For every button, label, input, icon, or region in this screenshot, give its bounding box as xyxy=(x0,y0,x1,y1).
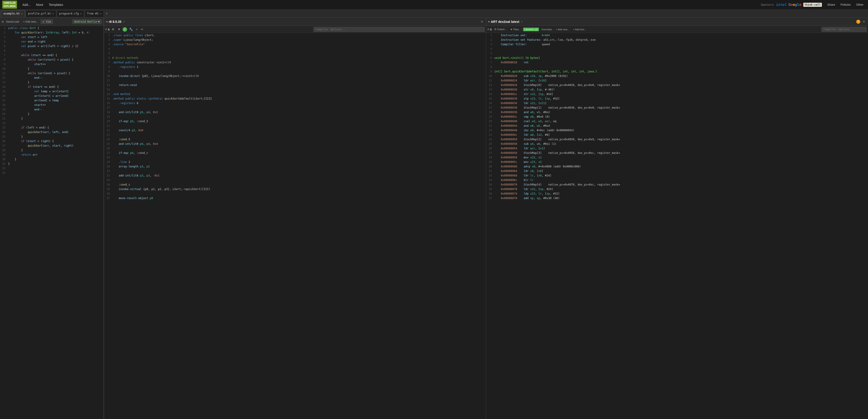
tab-label: Tree #1 xyxy=(87,12,99,15)
tab-close-icon[interactable]: ✕ xyxy=(100,12,101,15)
compiler1-name: r8 8.5.35 xyxy=(109,20,121,24)
compiler1-header: ◀ r8 8.5.35 ⤢ ✕ xyxy=(104,18,486,26)
compiler2-options-input[interactable] xyxy=(822,27,867,32)
code-line-18: 18 start++ xyxy=(0,103,103,107)
compiler2-filter-btn[interactable]: ▼ Filter... xyxy=(509,28,522,31)
code-line-15: 15 val temp = arr[start] xyxy=(0,89,103,94)
share-btn[interactable]: Share xyxy=(825,2,837,7)
compiler2-close-btn[interactable]: ✕ xyxy=(862,20,866,24)
tab-close-icon[interactable]: ✕ xyxy=(21,12,23,15)
compiler2-toolbar: A A ⚙ Output... ▼ Filter... Libraries (2… xyxy=(486,26,868,33)
compiler2-name: ART dex2oat latest xyxy=(491,20,519,24)
compiler1-settings-btn[interactable]: ⚙ xyxy=(111,27,116,31)
code-line-1: 1 public class Sort { xyxy=(0,26,103,30)
compiler1-close-btn[interactable]: ✕ xyxy=(480,20,484,24)
compiler1-options-input[interactable] xyxy=(313,27,485,32)
code-line-13: 13 } xyxy=(0,80,103,85)
code-line-4: 4 var end = right xyxy=(0,39,103,44)
tab-close-icon[interactable]: ✕ xyxy=(80,12,82,15)
save-load-btn[interactable]: Save/Load xyxy=(5,20,20,24)
compiler1-toolbar: A A ⚙ ▼ ✓ 🔧 + ✏ xyxy=(104,26,486,33)
sponsors-label: Sponsors xyxy=(761,3,774,6)
compiler1-font-size-btn[interactable]: A xyxy=(105,28,107,31)
lang-selector[interactable]: Android Kotlin ▼ xyxy=(72,20,102,24)
code-line-26: 26 if (start < right) { xyxy=(0,139,103,144)
code-line-21: 21 } xyxy=(0,116,103,121)
code-line-6: 6 xyxy=(0,49,103,53)
code-line-29: 29 return arr xyxy=(0,152,103,157)
code-line-9: 9 start++ xyxy=(0,62,103,66)
code-line-24: 24 quickSort(arr, left, end) xyxy=(0,130,103,134)
compiler2-font-a[interactable]: A xyxy=(488,28,489,31)
compiler2-add-tool-btn[interactable]: + Add tool... xyxy=(571,28,587,31)
code-line-2: 2 fun quickSort(arr: IntArray, left: Int… xyxy=(0,30,103,35)
compiler2-panel: ◀ ART dex2oat latest ⤢ ! ✕ A A ⚙ Output.… xyxy=(486,18,868,419)
compiler2-add-new-btn[interactable]: + Add new... xyxy=(554,28,570,31)
lang-label: Android Kotlin xyxy=(74,20,97,23)
tab-label: profile.prf.bt xyxy=(28,12,51,15)
templates-menu-btn[interactable]: Templates xyxy=(46,2,65,7)
code-line-19: 19 end-- xyxy=(0,107,103,112)
google-sponsor[interactable]: Google xyxy=(788,2,802,7)
compiler2-output[interactable]: 1 Instruction set: Arm64 2 Instruction s… xyxy=(486,33,868,419)
tab-add-btn[interactable]: + xyxy=(104,11,109,16)
code-line-3: 3 var start = left xyxy=(0,35,103,39)
code-line-31: 31 } xyxy=(0,161,103,166)
code-line-11: 11 while (arr[end] > pivot) { xyxy=(0,71,103,76)
thinkcell-sponsor[interactable]: think-cell xyxy=(803,3,822,7)
tab-example-kt[interactable]: example.kt ✕ xyxy=(1,10,25,17)
compiler1-add-btn[interactable]: + xyxy=(135,27,139,31)
code-line-22: 22 xyxy=(0,121,103,125)
code-line-32: 32 xyxy=(0,166,103,171)
editor-code-area[interactable]: 1 public class Sort { 2 fun quickSort(ar… xyxy=(0,26,103,419)
add-new-btn[interactable]: + Add new... xyxy=(22,20,39,24)
compiler2-libraries-btn[interactable]: Libraries (2) xyxy=(523,28,539,31)
compiler1-status-ok: ✓ xyxy=(123,27,127,32)
compiler1-pencil-btn[interactable]: ✏ xyxy=(140,27,145,31)
code-line-30: 30 } xyxy=(0,157,103,161)
compiler2-overrides-btn[interactable]: Overrides xyxy=(540,28,553,31)
code-line-33: 33 xyxy=(0,171,103,175)
compiler1-wrench-btn[interactable]: 🔧 xyxy=(128,27,134,31)
lang-dropdown-icon: ▼ xyxy=(98,20,100,23)
main-content: ◀ Save/Load + Add new... ✔ Vim Android K… xyxy=(0,18,868,419)
compiler2-nav-left[interactable]: ◀ xyxy=(488,20,490,23)
tab-profile-prf-bt[interactable]: profile.prf.bt ✕ xyxy=(26,10,56,17)
vim-btn[interactable]: ✔ Vim xyxy=(41,20,53,24)
compiler2-font-a2[interactable]: A xyxy=(490,28,492,31)
code-line-25: 25 } xyxy=(0,134,103,139)
compiler1-filter-btn[interactable]: ▼ xyxy=(117,27,122,31)
sponsors-area: Sponsors intel Google think-cell xyxy=(761,2,822,7)
compiler1-panel: ◀ r8 8.5.35 ⤢ ✕ A A ⚙ ▼ ✓ 🔧 + ✏ xyxy=(104,18,486,419)
compiler1-output[interactable]: 1.class public final LSort; 2.super Ljav… xyxy=(104,33,486,419)
code-line-12: 12 end-- xyxy=(0,76,103,80)
logo[interactable]: COMPILER EXPLORER xyxy=(2,1,17,8)
code-line-10: 10 } xyxy=(0,66,103,71)
code-line-16: 16 arr[start] = arr[end] xyxy=(0,94,103,98)
code-line-8: 8 while (arr[start] < pivot) { xyxy=(0,57,103,62)
code-line-5: 5 val pivot = arr[(left + right) / 2] xyxy=(0,44,103,49)
logo-line1: COMPILER xyxy=(4,2,16,4)
tab-proguard-cfg[interactable]: proguard.cfg ✕ xyxy=(57,10,84,17)
compiler1-font-size-btn2[interactable]: A xyxy=(108,28,110,31)
tab-tree-1[interactable]: Tree #1 ✕ xyxy=(85,10,104,17)
code-line-28: 28 } xyxy=(0,148,103,152)
tabs-row: example.kt ✕ profile.prf.bt ✕ proguard.c… xyxy=(0,9,868,18)
compiler1-nav-left[interactable]: ◀ xyxy=(106,20,107,23)
logo-line2: EXPLORER xyxy=(4,5,16,8)
code-line-17: 17 arr[end] = temp xyxy=(0,98,103,103)
code-line-23: 23 if (left < end) { xyxy=(0,125,103,130)
more-menu-btn[interactable]: More xyxy=(34,2,46,7)
compiler1-expand-icon[interactable]: ⤢ xyxy=(123,20,125,23)
compiler2-expand-icon[interactable]: ⤢ xyxy=(521,20,523,23)
editor-toolbar: ◀ Save/Load + Add new... ✔ Vim Android K… xyxy=(0,18,103,26)
other-btn[interactable]: Other xyxy=(854,2,866,7)
add-menu-btn[interactable]: Add... xyxy=(20,2,33,7)
editor-nav-left[interactable]: ◀ xyxy=(2,20,3,23)
policies-btn[interactable]: Policies xyxy=(838,2,853,7)
compiler-panels: ◀ r8 8.5.35 ⤢ ✕ A A ⚙ ▼ ✓ 🔧 + ✏ xyxy=(104,18,868,419)
intel-sponsor[interactable]: intel xyxy=(776,2,786,7)
tab-close-icon[interactable]: ✕ xyxy=(52,12,54,15)
tab-label: example.kt xyxy=(3,12,20,15)
compiler2-output-btn[interactable]: ⚙ Output... xyxy=(493,27,508,31)
